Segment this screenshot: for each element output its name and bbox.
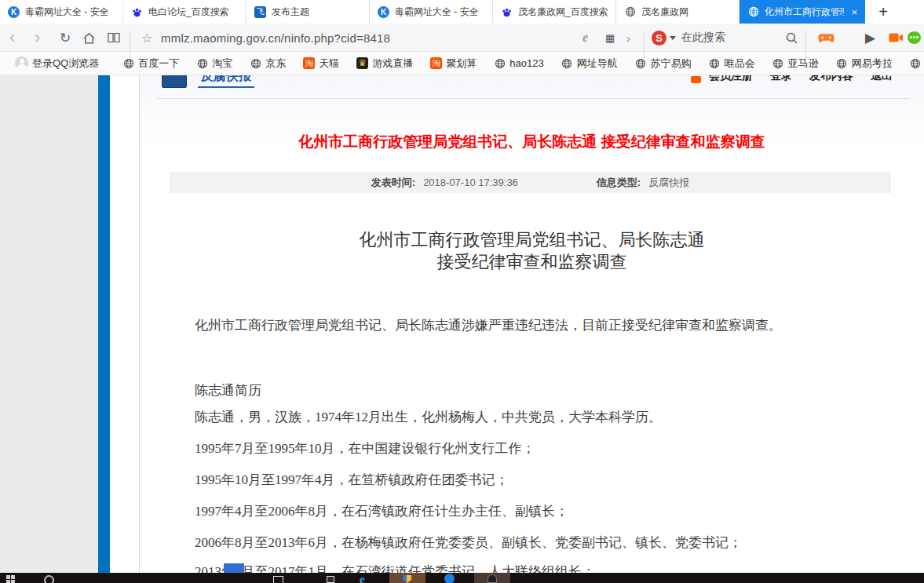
search-engine-button[interactable]: S — [652, 24, 676, 52]
tab-label: 茂名廉政网_百度搜索 — [518, 5, 608, 19]
header-link-register[interactable]: 会员注册 — [709, 75, 753, 83]
login-label: 登录QQ浏览器 — [32, 56, 99, 71]
bookmark-news[interactable]: 看新闻 — [901, 56, 924, 71]
reading-mode-button[interactable] — [107, 24, 121, 52]
info-type-value: 反腐快报 — [648, 176, 689, 190]
favorite-button[interactable]: ☆ — [141, 24, 152, 52]
header-link-publish[interactable]: 发布内容 — [809, 75, 853, 83]
bookmark-suning[interactable]: 苏宁易购 — [626, 56, 700, 71]
tab-maoming-lianzheng-search[interactable]: 茂名廉政网_百度搜索 — [493, 0, 616, 24]
chevron-down-icon — [670, 36, 676, 40]
search-input[interactable]: 在此搜索 — [681, 24, 725, 52]
page-header-links: 会员注册 登录 发布内容 退出 — [691, 75, 893, 83]
shield-icon — [403, 575, 411, 583]
search-button[interactable] — [785, 24, 798, 52]
book-icon — [107, 31, 121, 44]
web-page-viewport: 反腐快报 会员注册 登录 发布内容 退出 化州市工商行政管理局党组书记、局长陈志… — [0, 75, 924, 573]
search-cortana-icon[interactable] — [44, 575, 54, 583]
taskbar-active-app[interactable] — [389, 573, 425, 583]
bookmark-juhuasuan[interactable]: 淘 聚划算 — [422, 56, 485, 71]
forward-button[interactable]: › — [35, 24, 40, 52]
kingsoft-icon: K — [8, 6, 20, 18]
home-button[interactable] — [82, 24, 96, 52]
tab-bar: K 毒霸网址大全 - 安全 电白论坛_百度搜索 飞 发布主题 K 毒霸网址大全 … — [0, 0, 924, 24]
bookmark-label: 聚划算 — [446, 56, 477, 71]
star-icon: ☆ — [141, 31, 152, 46]
publish-time-value: 2018-07-10 17:39:36 — [423, 177, 518, 188]
globe-icon — [709, 57, 721, 69]
header-link-login[interactable]: 登录 — [770, 75, 792, 83]
bookmark-tmall[interactable]: 淘 天猫 — [294, 56, 348, 71]
bookmark-label: 苏宁易购 — [651, 56, 692, 71]
new-tab-button[interactable]: + — [865, 0, 901, 24]
bookmark-nav[interactable]: 网址导航 — [553, 56, 626, 71]
bookmark-game-live[interactable]: ♛ 游戏直播 — [348, 56, 422, 71]
ie-icon: e — [583, 31, 588, 45]
home-icon — [82, 31, 96, 45]
qq-browser-taskbar-icon[interactable] — [444, 574, 455, 583]
tab-dubawangzhi-2[interactable]: K 毒霸网址大全 - 安全 — [370, 0, 493, 24]
globe-icon — [561, 57, 573, 69]
globe-icon — [196, 57, 208, 69]
bookmark-vip[interactable]: 唯品会 — [700, 56, 764, 71]
windows-taskbar: e — [0, 573, 924, 583]
column-header[interactable]: 反腐快报 — [162, 75, 254, 88]
video-play-button[interactable]: ▶ — [865, 24, 875, 52]
refresh-button[interactable]: ↻ — [60, 24, 71, 52]
bookmark-label: 游戏直播 — [372, 56, 413, 71]
back-icon: ‹ — [9, 27, 15, 48]
address-bar[interactable]: mmlz.maoming.gov.cn/ninfo.php?cid=8418 — [161, 24, 390, 52]
game-controller-icon — [818, 32, 835, 44]
page-blue-sidebar — [98, 75, 110, 573]
forum-icon: 飞 — [254, 6, 266, 18]
bookmarks-bar: 登录QQ浏览器 百度一下 淘宝 京东 淘 天猫 ♛ 游戏直播 淘 聚划算 hao… — [0, 52, 924, 75]
bookmark-kaola[interactable]: 网易考拉 — [827, 56, 901, 71]
close-tab-icon[interactable]: × — [851, 6, 857, 18]
taskbar-active-app[interactable] — [474, 573, 510, 583]
bookmark-taobao[interactable]: 淘宝 — [188, 56, 241, 71]
taskbar-app-icon[interactable] — [327, 576, 334, 583]
qr-code-button[interactable]: ▦ — [605, 24, 615, 52]
article-paragraph: 陈志通，男，汉族，1974年12月出生，化州杨梅人，中共党员，大学本科学历。 — [195, 408, 893, 426]
more-tools-button[interactable]: › — [626, 24, 630, 52]
article-panel: 反腐快报 会员注册 登录 发布内容 退出 化州市工商行政管理局党组书记、局长陈志… — [139, 75, 924, 573]
start-button[interactable] — [6, 575, 15, 583]
bookmark-label: 网易考拉 — [852, 56, 893, 71]
game-center-button[interactable] — [818, 24, 835, 52]
ie-mode-button[interactable]: e — [583, 24, 588, 52]
globe-icon — [494, 57, 506, 69]
globe-icon — [624, 6, 636, 18]
tab-maoming-lianzheng[interactable]: 茂名廉政网 — [616, 0, 740, 24]
browser-toolbar: ‹ › ↻ ☆ mmlz.maoming.gov.cn/ninfo.php?ci… — [0, 24, 924, 52]
play-icon: ▶ — [865, 30, 875, 46]
tab-dianbai-luntan[interactable]: 电白论坛_百度搜索 — [123, 0, 247, 24]
tab-huazhou-gongshang-active[interactable]: 化州市工商行政管理 × — [740, 0, 865, 24]
tab-dubawangzhi-1[interactable]: K 毒霸网址大全 - 安全 — [0, 0, 123, 24]
back-button[interactable]: ‹ — [9, 24, 15, 52]
article-paragraph: 1997年4月至2006年8月，在石湾镇政府任计生办主任、副镇长； — [195, 502, 893, 520]
screen-record-button[interactable] — [889, 24, 904, 52]
toolbar-divider — [130, 31, 130, 59]
article-meta-bar: 发表时间: 2018-07-10 17:39:36 信息类型: 反腐快报 — [170, 172, 891, 193]
feedback-button[interactable] — [908, 24, 921, 52]
header-link-logout[interactable]: 退出 — [871, 75, 893, 83]
publish-time-label: 发表时间: — [371, 176, 415, 190]
headline-line-1: 化州市工商行政管理局党组书记、局长陈志通 — [140, 229, 924, 251]
bookmark-label: hao123 — [509, 57, 543, 69]
task-view-icon[interactable] — [273, 576, 283, 583]
bookmark-amazon[interactable]: 亚马逊 — [764, 56, 827, 71]
bookmark-baidu[interactable]: 百度一下 — [114, 56, 188, 71]
page-left-margin — [0, 75, 98, 573]
bookmark-label: 京东 — [265, 56, 286, 71]
login-qq-browser[interactable]: 登录QQ浏览器 — [6, 56, 108, 71]
ie-taskbar-icon[interactable]: e — [360, 573, 365, 583]
article-paragraph: 陈志通简历 — [195, 381, 893, 399]
bookmark-jd[interactable]: 京东 — [241, 56, 294, 71]
globe-icon — [836, 57, 848, 69]
tab-fabu-zhuti[interactable]: 飞 发布主题 — [247, 0, 370, 24]
bookmark-hao123[interactable]: hao123 — [485, 57, 552, 69]
header-divider — [157, 98, 910, 99]
toolbar-divider — [805, 31, 806, 59]
video-camera-icon — [889, 32, 904, 43]
globe-icon — [772, 57, 784, 69]
